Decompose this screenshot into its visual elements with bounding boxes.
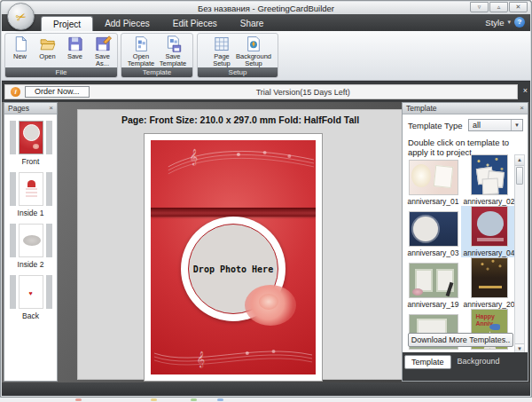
ribbon-group-file: New Open Save Save As... File — [4, 33, 118, 78]
open-button[interactable]: Open — [34, 35, 61, 67]
tab-template[interactable]: Template — [404, 355, 451, 369]
style-menu[interactable]: Style — [485, 18, 504, 28]
music-notes-decoration: 𝄞 — [151, 337, 316, 374]
thumb-rail — [10, 275, 16, 309]
page-setup-button[interactable]: Page Setup — [206, 35, 238, 67]
tab-add-pieces[interactable]: Add Pieces — [93, 16, 161, 31]
page-label: Inside 1 — [18, 209, 44, 217]
thumb-rail — [10, 121, 16, 154]
template-panel: Template × Template Type all ▼ Double cl… — [402, 102, 528, 382]
main-area: Pages × Front — [2, 102, 530, 382]
page-info-text: Page: Front Size: 210.0 x 297.0 mm Fold:… — [78, 114, 403, 125]
template-item[interactable]: anniversary_01 — [405, 154, 461, 206]
template-type-dropdown[interactable]: all ▼ — [468, 119, 523, 131]
pages-panel-header: Pages × — [4, 103, 57, 114]
page-item-inside1[interactable]: Inside 1 — [4, 172, 57, 217]
open-template-button[interactable]: Open Template — [125, 35, 157, 67]
template-item[interactable] — [405, 309, 461, 355]
template-thumbnail-anniversary-02[interactable] — [471, 154, 508, 195]
thumb-rail — [46, 121, 52, 154]
tab-project[interactable]: Project — [41, 16, 93, 31]
rose-mini — [33, 144, 39, 149]
tab-background[interactable]: Background — [451, 355, 506, 367]
floppy-disk-icon — [66, 35, 84, 52]
trial-bar-close-icon[interactable]: × — [523, 87, 528, 95]
greeting-card-builder-app: Без названия - GreetingCardBuilder ▿ ▵ ✕… — [0, 0, 532, 402]
inside1-page-thumbnail[interactable] — [19, 172, 43, 206]
template-save-icon — [164, 35, 182, 52]
page-item-inside2[interactable]: Inside 2 — [4, 224, 57, 269]
front-page-thumbnail[interactable] — [19, 121, 43, 154]
template-thumbnail-anniversary-19[interactable] — [409, 263, 458, 298]
trial-bar: i Order Now... Trial Version(15 Days Lef… — [4, 84, 518, 99]
card-front-design[interactable]: 𝄞 Drop Photo Here — [151, 140, 316, 374]
svg-text:𝄞: 𝄞 — [190, 148, 198, 166]
page-label: Back — [22, 311, 39, 320]
template-item-selected[interactable]: anniversary_04 — [461, 206, 517, 257]
card-page[interactable]: 𝄞 Drop Photo Here — [144, 133, 323, 382]
download-more-templates-button[interactable]: Download More Templates.. — [408, 333, 513, 347]
thumb-rail — [10, 172, 16, 206]
page-item-front[interactable]: Front — [4, 121, 57, 166]
floppy-pencil-icon — [94, 35, 112, 52]
back-art-heart: ♥ — [29, 291, 35, 296]
template-grid: anniversary_01 anniversary_02 ann — [405, 154, 517, 355]
order-now-button[interactable]: Order Now... — [25, 86, 90, 98]
template-thumbnail-anniversary-03[interactable] — [409, 211, 458, 247]
scissors-icon: ✂ — [13, 8, 27, 25]
back-page-thumbnail[interactable]: ♥ — [19, 275, 43, 309]
ribbon-group-template: Open Template Save Template Template — [121, 33, 193, 78]
dropdown-arrow-icon[interactable]: ▼ — [511, 120, 522, 130]
desktop-edge — [0, 398, 532, 402]
save-button[interactable]: Save — [61, 35, 89, 67]
minimize-button[interactable]: ▿ — [470, 2, 489, 12]
window-title: Без названия - GreetingCardBuilder — [2, 4, 530, 13]
tab-share[interactable]: Share — [229, 16, 276, 31]
canvas-workspace: Page: Front Size: 210.0 x 297.0 mm Fold:… — [77, 109, 403, 380]
thumb-rail — [46, 172, 52, 206]
save-as-button[interactable]: Save As... — [89, 35, 116, 67]
thumb-rail — [46, 275, 52, 309]
music-notes-decoration: 𝄞 — [151, 140, 316, 179]
scroll-up-icon[interactable]: ▲ — [515, 155, 524, 166]
template-thumbnail-anniversary-20[interactable] — [471, 257, 508, 298]
ribbon-tab-bar: ✂ Project Add Pieces Edit Pieces Share S… — [2, 14, 530, 31]
application-menu-orb[interactable]: ✂ — [7, 3, 35, 30]
template-item[interactable]: anniversary_03 — [405, 206, 461, 257]
template-thumbnail-anniversary-04[interactable] — [471, 206, 508, 247]
trial-bar-container: i Order Now... Trial Version(15 Days Lef… — [2, 82, 530, 102]
template-thumbnail-anniversary-01[interactable] — [409, 160, 458, 195]
new-button[interactable]: New — [6, 35, 34, 67]
close-button[interactable]: ✕ — [509, 2, 528, 12]
title-bar[interactable]: Без названия - GreetingCardBuilder ▿ ▵ ✕ — [2, 2, 530, 14]
template-item[interactable]: anniversary_20 — [461, 257, 517, 309]
template-type-value: all — [469, 121, 511, 130]
save-template-button[interactable]: Save Template — [157, 35, 189, 67]
group-label-file: File — [5, 67, 117, 77]
new-document-icon — [12, 35, 29, 52]
scrollbar-thumb[interactable] — [516, 167, 523, 185]
panel-bottom-tabs: Template Background — [403, 352, 528, 381]
template-item[interactable]: anniversary_02 — [461, 154, 517, 206]
pages-panel-close-icon[interactable]: × — [49, 105, 53, 112]
chevron-down-icon: ▾ — [507, 19, 511, 26]
drop-photo-text: Drop Photo Here — [193, 264, 273, 274]
page-grid-icon — [213, 35, 231, 52]
maximize-button[interactable]: ▵ — [489, 2, 508, 12]
trial-message: Trial Version(15 Days Left) — [90, 88, 517, 97]
page-item-back[interactable]: ♥ Back — [4, 275, 57, 320]
template-item[interactable]: anniversary_19 — [405, 257, 461, 309]
group-label-template: Template — [121, 67, 192, 77]
inside2-art — [23, 235, 41, 246]
rose-image — [245, 285, 296, 326]
window-bottom-strip — [2, 382, 530, 396]
tab-edit-pieces[interactable]: Edit Pieces — [161, 16, 229, 31]
template-panel-close-icon[interactable]: × — [520, 105, 524, 112]
template-scrollbar[interactable]: ▲ ▼ — [514, 154, 525, 355]
template-item[interactable]: Happy Anniv. — [461, 309, 517, 355]
page-label: Inside 2 — [18, 260, 44, 269]
inside2-page-thumbnail[interactable] — [19, 224, 43, 257]
template-panel-title: Template — [406, 104, 520, 113]
help-icon[interactable]: ? — [514, 17, 525, 28]
background-setup-button[interactable]: Background Setup — [238, 35, 270, 67]
